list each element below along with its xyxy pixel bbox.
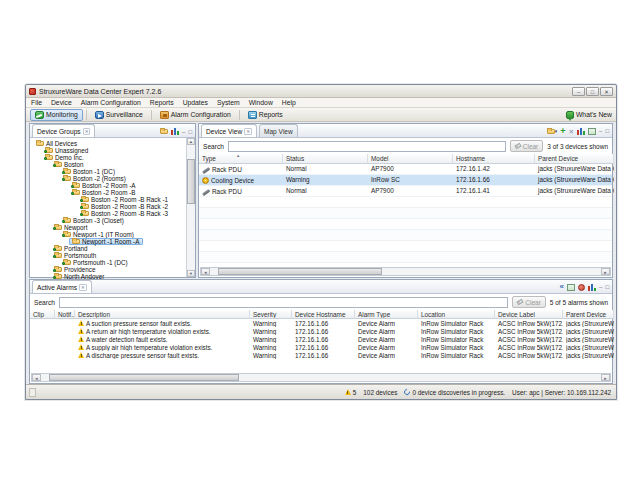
maximize-button[interactable]: □ <box>586 87 599 96</box>
alarm-row[interactable]: A discharge pressure sensor fault exists… <box>30 351 612 359</box>
menu-device[interactable]: Device <box>51 99 72 106</box>
column-header-parent-device[interactable]: Parent Device <box>563 310 614 319</box>
alarm-grid-icon[interactable] <box>567 284 575 291</box>
tree-item-boston-2-room-b-rack-2[interactable]: Boston -2 Room -B Rack -2 <box>78 203 172 210</box>
column-header-device-hostname[interactable]: Device Hostname <box>292 310 355 319</box>
minimize-button[interactable]: – <box>572 87 585 96</box>
column-header-device-label[interactable]: Device Label <box>495 310 563 319</box>
device-chart-icon[interactable] <box>577 128 585 135</box>
device-horizontal-scrollbar[interactable]: ◂ ▸ <box>200 267 611 276</box>
column-header-severity[interactable]: Severity <box>250 310 292 319</box>
column-header-description[interactable]: Description <box>75 310 250 319</box>
tab-device-view[interactable]: Device View ✕ <box>201 124 257 137</box>
panel-maximize-icon[interactable]: □ <box>188 129 192 135</box>
menu-help[interactable]: Help <box>282 99 296 106</box>
column-header-clip[interactable]: Clip <box>30 310 55 319</box>
alarm-clear-button[interactable]: Clear <box>512 296 546 308</box>
menu-updates[interactable]: Updates <box>183 99 208 106</box>
column-header-model[interactable]: Model <box>368 154 453 164</box>
alarm-row[interactable]: A suction pressure sensor fault exists.W… <box>30 319 612 327</box>
perspective-monitoring[interactable]: Monitoring <box>30 109 83 121</box>
tree-vertical-scrollbar[interactable]: ▴ ▾ <box>186 138 195 277</box>
tab-device-groups[interactable]: Device Groups ✕ <box>32 124 95 137</box>
scroll-up-icon[interactable]: ▴ <box>187 138 195 145</box>
tree-item-providence[interactable]: Providence <box>51 266 100 273</box>
alarm-horizontal-scrollbar[interactable]: ◂ ▸ <box>31 373 611 382</box>
tree-item-boston-2-room-b-rack-3[interactable]: Boston -2 Room -B Rack -3 <box>78 210 172 217</box>
tree-item-boston-2-room-a[interactable]: Boston -2 Room -A <box>69 182 140 189</box>
perspective-reports[interactable]: Reports <box>243 109 288 121</box>
group-chart-icon[interactable] <box>171 128 179 135</box>
close-button[interactable]: ✕ <box>600 87 613 96</box>
column-header-hostname[interactable]: Hostname <box>453 154 535 164</box>
status-device-count[interactable]: 102 devices <box>363 389 397 396</box>
alarm-row[interactable]: A supply air high temperature violation … <box>30 343 612 351</box>
menu-reports[interactable]: Reports <box>150 99 174 106</box>
column-header-status[interactable]: Status <box>283 154 368 164</box>
tree-item-boston-2-room-b[interactable]: Boston -2 Room -B <box>69 189 140 196</box>
device-grid-icon[interactable] <box>588 128 596 135</box>
alarm-chart-icon[interactable] <box>588 284 596 291</box>
alarm-bell-icon[interactable] <box>578 284 585 291</box>
alarm-row[interactable]: A return air high temperature violation … <box>30 327 612 335</box>
status-warning-count[interactable]: 5 <box>345 389 357 396</box>
delete-device-icon[interactable]: ✕ <box>569 128 574 135</box>
scroll-down-icon[interactable]: ▾ <box>187 270 195 277</box>
menu-window[interactable]: Window <box>249 99 273 106</box>
add-device-icon[interactable]: + <box>560 127 565 135</box>
menu-system[interactable]: System <box>217 99 240 106</box>
whats-new-button[interactable]: What's New <box>566 111 612 119</box>
tree-item-boston[interactable]: Boston <box>51 161 88 168</box>
device-row[interactable]: Rack PDUNormalAP7900172.16.1.42jacks (St… <box>199 164 612 175</box>
column-header-parent-device[interactable]: Parent Device <box>535 154 614 164</box>
panel-minimize-icon[interactable]: – <box>599 128 602 134</box>
tree-item-boston-2-room-b-rack-1[interactable]: Boston -2 Room -B Rack -1 <box>78 196 172 203</box>
tree-item-portsmouth[interactable]: Portsmouth <box>51 252 100 259</box>
tree-item-portland[interactable]: Portland <box>51 245 91 252</box>
scrollbar-thumb[interactable] <box>49 374 239 381</box>
close-tab-icon[interactable]: ✕ <box>83 128 91 135</box>
tree-item-boston-2-rooms[interactable]: Boston -2 (Rooms) <box>60 175 130 182</box>
panel-maximize-icon[interactable]: □ <box>605 284 609 290</box>
new-group-folder-icon[interactable] <box>160 129 168 134</box>
column-header-location[interactable]: Location <box>418 310 495 319</box>
perspective-alarm-configuration[interactable]: Alarm Configuration <box>155 109 236 121</box>
panel-maximize-icon[interactable]: □ <box>605 128 609 134</box>
close-tab-icon[interactable]: ✕ <box>79 284 87 291</box>
alarm-row[interactable]: A water detection fault exists.Warning17… <box>30 335 612 343</box>
scroll-right-icon[interactable]: ▸ <box>601 268 610 275</box>
device-clear-button[interactable]: Clear <box>510 140 544 152</box>
alarm-search-input[interactable] <box>59 297 508 308</box>
tree-item-demo-inc[interactable]: Demo Inc. <box>42 154 88 161</box>
collapse-panel-icon[interactable]: « <box>560 283 564 291</box>
menu-alarm-configuration[interactable]: Alarm Configuration <box>81 99 141 106</box>
device-row[interactable]: Rack PDUNormalAP7900172.16.1.41jacks (St… <box>199 186 612 197</box>
close-tab-icon[interactable]: ✕ <box>244 128 252 135</box>
tree-item-newport-1-it-room[interactable]: Newport -1 (IT Room) <box>60 231 138 238</box>
menu-file[interactable]: File <box>31 99 42 106</box>
tree-item-portsmouth-1-dc[interactable]: Portsmouth -1 (DC) <box>60 259 132 266</box>
column-header-notif[interactable]: Notif... <box>55 310 75 319</box>
scroll-left-icon[interactable]: ◂ <box>32 374 41 381</box>
device-row[interactable]: Cooling DeviceWarningInRow SC172.16.1.66… <box>199 175 612 186</box>
tree-item-all-devices[interactable]: All Devices <box>33 140 81 147</box>
device-search-input[interactable] <box>228 141 506 152</box>
group-dropdown-button[interactable]: ▾ <box>547 129 558 134</box>
status-discovery[interactable]: 0 device discoveries in progress. <box>404 389 505 396</box>
tab-map-view[interactable]: Map View <box>259 124 298 137</box>
tree-item-unassigned[interactable]: Unassigned <box>42 147 92 154</box>
perspective-surveillance[interactable]: Surveillance <box>90 109 148 121</box>
tree-item-newport[interactable]: Newport <box>51 224 91 231</box>
column-header-type[interactable]: Type▴ <box>199 154 283 164</box>
tab-active-alarms[interactable]: Active Alarms ✕ <box>32 280 92 293</box>
scroll-left-icon[interactable]: ◂ <box>201 268 210 275</box>
column-header-alarm-type[interactable]: Alarm Type <box>355 310 418 319</box>
scrollbar-thumb[interactable] <box>218 268 382 275</box>
tree-item-boston-3-closet[interactable]: Boston -3 (Closet) <box>60 217 128 224</box>
tree-item-boston-1-dc[interactable]: Boston -1 (DC) <box>60 168 119 175</box>
panel-minimize-icon[interactable]: – <box>599 284 602 290</box>
tree-item-newport-1-room-a[interactable]: Newport -1 Room -A <box>69 238 143 245</box>
scrollbar-thumb[interactable] <box>187 159 195 204</box>
panel-minimize-icon[interactable]: – <box>182 129 185 135</box>
scroll-right-icon[interactable]: ▸ <box>601 374 610 381</box>
